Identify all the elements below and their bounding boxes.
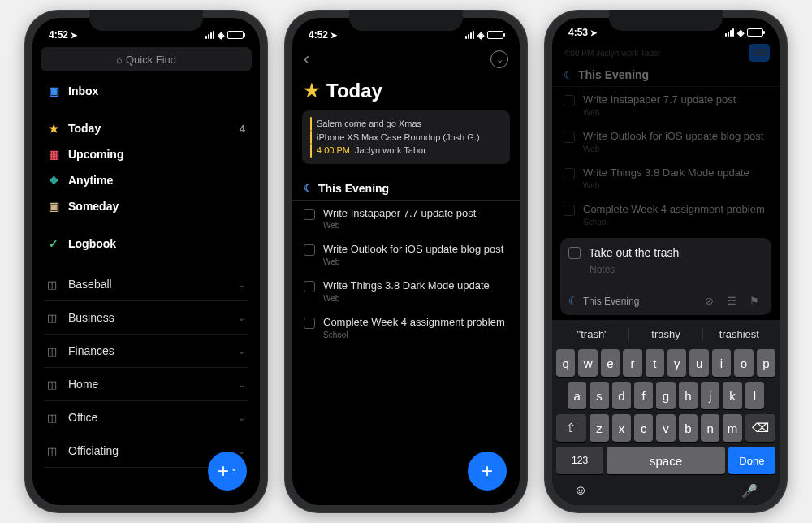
keyboard-suggestion[interactable]: "trash" bbox=[556, 328, 629, 340]
backspace-key[interactable]: ⌫ bbox=[745, 414, 775, 442]
key-g[interactable]: g bbox=[656, 382, 675, 409]
sidebar-item-inbox[interactable]: ▣Inbox bbox=[44, 78, 248, 104]
key-z[interactable]: z bbox=[590, 414, 608, 442]
task-checkbox[interactable] bbox=[304, 281, 315, 292]
area-item[interactable]: ◫Office⌄ bbox=[44, 401, 248, 434]
signal-icon bbox=[205, 31, 214, 39]
cube-icon: ◫ bbox=[47, 378, 60, 391]
tag-icon[interactable]: ⊘ bbox=[701, 295, 718, 307]
numbers-key[interactable]: 123 bbox=[556, 447, 603, 474]
chevron-down-icon: ⌄ bbox=[238, 346, 245, 357]
section-this-evening: ☾This Evening bbox=[292, 177, 520, 201]
key-m[interactable]: m bbox=[723, 414, 741, 442]
area-item[interactable]: ◫Baseball⌄ bbox=[44, 268, 248, 301]
status-bar: 4:52➤ ◈ bbox=[292, 18, 520, 45]
event-text: Jaclyn work Tabor bbox=[596, 49, 661, 58]
key-q[interactable]: q bbox=[556, 349, 575, 377]
key-y[interactable]: y bbox=[667, 349, 686, 377]
chevron-down-icon: ⌄ bbox=[238, 379, 245, 390]
task-checkbox[interactable] bbox=[564, 95, 575, 106]
key-d[interactable]: d bbox=[612, 382, 631, 409]
signal-icon bbox=[725, 28, 734, 37]
key-c[interactable]: c bbox=[634, 414, 653, 442]
phone-1: 4:52➤ ◈ ⌕ Quick Find ▣Inbox ★Today4 ▦Upc… bbox=[24, 10, 268, 513]
emoji-key[interactable]: ☺ bbox=[574, 483, 587, 499]
key-k[interactable]: k bbox=[723, 382, 741, 409]
phone-2: 4:52➤ ◈ ‹ ⌄ ★Today Salem come and go Xma… bbox=[284, 10, 528, 513]
task-row[interactable]: Write Instapaper 7.7 update postWeb bbox=[292, 201, 520, 237]
moon-icon: ☾ bbox=[564, 69, 573, 81]
task-when-label[interactable]: This Evening bbox=[583, 296, 639, 307]
area-item[interactable]: ◫Business⌄ bbox=[44, 301, 248, 335]
key-r[interactable]: r bbox=[623, 349, 641, 377]
task-checkbox[interactable] bbox=[304, 318, 315, 329]
task-checkbox[interactable] bbox=[564, 168, 575, 179]
key-b[interactable]: b bbox=[679, 414, 698, 442]
task-checkbox[interactable] bbox=[564, 132, 575, 143]
search-input[interactable]: ⌕ Quick Find bbox=[41, 47, 252, 71]
area-item[interactable]: ◫Finances⌄ bbox=[44, 335, 248, 368]
key-w[interactable]: w bbox=[578, 349, 597, 377]
key-s[interactable]: s bbox=[590, 382, 608, 409]
star-icon: ★ bbox=[47, 122, 60, 135]
task-row[interactable]: Complete Week 4 assignment problemSchool bbox=[552, 197, 780, 233]
key-a[interactable]: a bbox=[568, 382, 586, 409]
key-e[interactable]: e bbox=[601, 349, 620, 377]
today-events-box[interactable]: Salem come and go XmasiPhone XS Max Case… bbox=[302, 110, 510, 164]
back-button[interactable]: ‹ bbox=[304, 49, 309, 70]
done-key[interactable]: Done bbox=[728, 447, 775, 474]
task-row[interactable]: Complete Week 4 assignment problemSchool bbox=[292, 309, 520, 346]
key-l[interactable]: l bbox=[745, 382, 764, 409]
task-checkbox[interactable] bbox=[304, 209, 315, 220]
task-row[interactable]: Write Things 3.8 Dark Mode updateWeb bbox=[292, 273, 520, 309]
checklist-icon[interactable]: ☲ bbox=[723, 295, 741, 307]
task-row[interactable]: Write Instapaper 7.7 update postWeb bbox=[552, 87, 780, 123]
key-x[interactable]: x bbox=[612, 414, 631, 442]
key-o[interactable]: o bbox=[734, 349, 753, 377]
task-checkbox[interactable] bbox=[568, 247, 581, 259]
task-checkbox[interactable] bbox=[304, 244, 315, 256]
task-row[interactable]: Write Outlook for iOS update blog postWe… bbox=[552, 123, 780, 160]
sidebar-item-upcoming[interactable]: ▦Upcoming bbox=[44, 141, 248, 167]
key-p[interactable]: p bbox=[757, 349, 775, 377]
key-i[interactable]: i bbox=[712, 349, 731, 377]
new-task-card[interactable]: Take out the trash Notes ☾ This Evening … bbox=[560, 238, 771, 315]
status-bar: 4:52➤ ◈ bbox=[32, 18, 260, 45]
cube-icon: ◫ bbox=[47, 445, 60, 457]
chevron-down-icon: ⌄ bbox=[238, 413, 245, 423]
add-button[interactable]: +⌄ bbox=[208, 452, 247, 491]
space-key[interactable]: space bbox=[607, 447, 725, 474]
key-h[interactable]: h bbox=[679, 382, 698, 409]
phone-3: 4:53➤ ◈ 4:00 PM Jaclyn work Tabor ⌨ ☾Thi… bbox=[544, 10, 788, 513]
flag-icon[interactable]: ⚑ bbox=[745, 295, 763, 307]
task-row[interactable]: Write Outlook for iOS update blog postWe… bbox=[292, 236, 520, 273]
key-f[interactable]: f bbox=[634, 382, 653, 409]
sidebar-item-someday[interactable]: ▣Someday bbox=[44, 193, 248, 219]
cube-icon: ◫ bbox=[47, 345, 60, 357]
keyboard: "trash"trashytrashiest qwertyuiop asdfgh… bbox=[552, 320, 780, 505]
more-button[interactable]: ⌄ bbox=[490, 50, 508, 68]
sidebar-item-anytime[interactable]: ❖Anytime bbox=[44, 167, 248, 193]
notes-input[interactable]: Notes bbox=[568, 264, 763, 290]
search-placeholder: Quick Find bbox=[126, 54, 176, 66]
key-n[interactable]: n bbox=[701, 414, 719, 442]
key-t[interactable]: t bbox=[646, 349, 664, 377]
key-j[interactable]: j bbox=[701, 382, 719, 409]
sidebar-item-today[interactable]: ★Today4 bbox=[44, 115, 248, 141]
keyboard-toggle-button[interactable]: ⌨ bbox=[749, 44, 770, 62]
keyboard-suggestion[interactable]: trashy bbox=[629, 328, 702, 340]
task-row[interactable]: Write Things 3.8 Dark Mode updateWeb bbox=[552, 160, 780, 197]
sidebar-item-logbook[interactable]: ✓Logbook bbox=[44, 231, 248, 257]
battery-icon bbox=[747, 28, 763, 37]
dictation-key[interactable]: 🎤 bbox=[741, 483, 758, 499]
add-button[interactable]: + bbox=[468, 452, 507, 491]
area-item[interactable]: ◫Home⌄ bbox=[44, 368, 248, 401]
status-time: 4:52 bbox=[49, 29, 68, 41]
keyboard-suggestion[interactable]: trashiest bbox=[703, 328, 775, 340]
shift-key[interactable]: ⇧ bbox=[556, 414, 586, 442]
key-v[interactable]: v bbox=[656, 414, 675, 442]
key-u[interactable]: u bbox=[689, 349, 708, 377]
task-title-input[interactable]: Take out the trash bbox=[589, 246, 679, 259]
task-checkbox[interactable] bbox=[564, 205, 575, 216]
cube-icon: ◫ bbox=[47, 312, 60, 324]
